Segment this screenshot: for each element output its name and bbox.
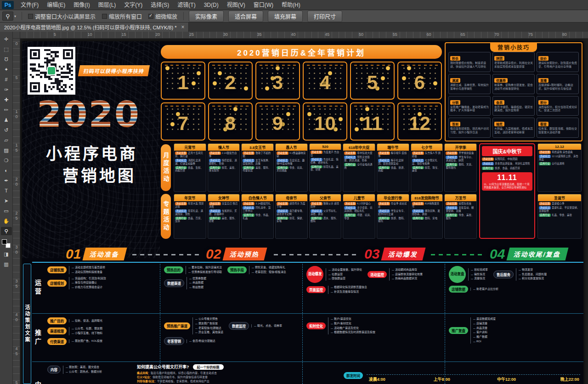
menu-item[interactable]: 帮助(H)	[277, 0, 305, 10]
ruler-mark: 45	[325, 32, 329, 37]
color-swatches[interactable]	[2, 239, 11, 248]
menu-item[interactable]: 窗口(W)	[249, 0, 277, 10]
zoom-option-checkbox[interactable]: 细微缩放	[148, 12, 177, 20]
crop-tool[interactable]: #	[1, 75, 12, 84]
menu-item[interactable]: 文字(Y)	[120, 0, 147, 10]
card-title: 万圣节	[445, 194, 476, 201]
phase-number: 02	[206, 246, 221, 262]
actual-pixels-button[interactable]: 实际像素	[189, 11, 224, 22]
menu-item[interactable]: 文件(F)	[17, 0, 43, 10]
content-lines: 痛点共鸣：贴近与用户利益相关、好奇心强的内容，引发主动点击引大V站台：借助意见领…	[137, 371, 330, 384]
chevron-down-icon[interactable]: ▾	[14, 14, 16, 18]
brush-tool[interactable]: ✏	[1, 106, 12, 114]
history-brush-tool[interactable]: ↺	[1, 126, 12, 134]
type-tool[interactable]: T	[1, 186, 12, 195]
card-tag: 适用行业	[175, 217, 187, 220]
ruler-mark: 20	[155, 32, 160, 37]
zoom-option-checkbox[interactable]: 缩放所有窗口	[102, 12, 142, 20]
fit-screen-button[interactable]: 适合屏幕	[228, 11, 263, 22]
flow-node: 推广复盘	[449, 327, 468, 334]
print-size-button[interactable]: 打印尺寸	[307, 11, 342, 22]
menu-item[interactable]: 滤镜(T)	[173, 0, 199, 10]
flow-item: 活动推广渠道及优化	[331, 327, 375, 330]
eyedropper-tool[interactable]: ✑	[1, 85, 12, 94]
flow-cluster: 数据渠道优惠券数据商品数据粉丝数据	[164, 277, 206, 289]
card-row: 活动玩法回礼清单、第二件半价	[243, 206, 272, 213]
screen-mode-icon[interactable]: ▥	[1, 260, 12, 268]
tip-label: 秒杀	[450, 56, 460, 61]
phase-number: 01	[66, 246, 81, 262]
ruler-mark: 35	[257, 32, 262, 37]
ruler-mark: 30	[14, 245, 19, 255]
document-tab[interactable]: 2020小程序电商营销地图.jpg @ 12.5% (扫码可以获得小程序扶持, …	[0, 23, 189, 32]
activity-card: 儿童节活动主题6.1守护童心活动玩法亲子套装、玩具拼团、晒娃有礼适用行业母婴、玩…	[343, 194, 375, 239]
healing-brush-tool[interactable]: ✚	[1, 96, 12, 104]
card-row: 活动玩法告白礼盒、情侣券、晒单有礼	[311, 158, 340, 164]
card-title: 女神节	[208, 194, 240, 201]
calendar-banner: 2020营销日历&全年营销计划	[161, 45, 442, 59]
menu-item[interactable]: 视图(V)	[223, 0, 249, 10]
zoom-option-checkbox[interactable]: 调整窗口大小以满屏显示	[28, 12, 96, 20]
month-number: 1	[162, 71, 204, 93]
checkbox-icon[interactable]	[28, 14, 33, 19]
quick-selection-tool[interactable]: ✦	[1, 65, 12, 73]
path-selection-tool[interactable]: ➤	[1, 197, 12, 205]
card-tag: 适用行业	[243, 214, 254, 217]
flow-node: 预热推广渠道	[164, 322, 190, 329]
menu-item[interactable]: 选择(S)	[147, 0, 173, 10]
quick-mask-icon[interactable]: ◨	[1, 250, 12, 258]
card-tag: 活动玩法	[539, 206, 551, 209]
ruler-mark: 10	[14, 109, 19, 119]
card-tag: 适用行业	[209, 217, 221, 220]
checkbox-icon[interactable]	[102, 14, 107, 19]
menu-item[interactable]: 图像(I)	[69, 0, 94, 10]
flow-cluster: 页面监控根据转化情况调整页面信息补货及流量库存情况	[306, 286, 367, 294]
month-number: 10	[304, 112, 346, 134]
card-row: 活动玩法七夕限定礼盒、情侣专属券	[412, 159, 442, 165]
flow-item: 曝光、点击、领券率	[254, 324, 282, 328]
pen-tool[interactable]: ✒	[1, 176, 12, 185]
poster-year: 2020	[37, 94, 140, 135]
fill-screen-button[interactable]: 填充屏幕	[268, 11, 303, 22]
gradient-tool[interactable]: ▨	[1, 146, 12, 154]
rectangle-tool[interactable]: ▭	[1, 207, 12, 215]
menu-item[interactable]: 3D(D)	[200, 0, 223, 10]
flow-item: 账户/素材优化	[331, 322, 375, 326]
flow-item: 粉丝数据	[189, 286, 206, 289]
clone-stamp-tool[interactable]: ♟	[1, 116, 12, 124]
ruler-mark: 40	[291, 32, 295, 37]
ruler-mark: 75	[528, 32, 533, 37]
flow-item: 活动主题视觉与首页装修	[72, 266, 105, 270]
dodge-tool[interactable]: ◐	[1, 166, 12, 175]
zoom-tool-icon[interactable]: ⚲	[2, 11, 13, 21]
eraser-tool[interactable]: ▱	[1, 136, 12, 144]
flow-cluster: 预热手段预售定金、收藏加购有礼老客召回：短信/模板消息	[227, 266, 286, 274]
checkbox-icon[interactable]	[148, 14, 153, 19]
month-number: 12	[398, 112, 441, 134]
menu-item[interactable]: 图层(L)	[94, 0, 120, 10]
poster-left-panel: 扫码可以获得小程序扶持 2020 小程序电商 营销地图	[22, 41, 160, 258]
blur-tool[interactable]: ❍	[1, 156, 12, 164]
calendar-month: 7	[161, 102, 205, 141]
hand-tool[interactable]: ✋	[1, 217, 12, 225]
canvas-area[interactable]: 扫码可以获得小程序扶持 2020 小程序电商 营销地图 2020营销日历&全年营…	[20, 39, 588, 384]
zoom-tool[interactable]: ⚲	[1, 227, 12, 235]
timeline-point: 凌晨4:00全天曝光最低点	[367, 376, 388, 384]
foreground-color-swatch[interactable]	[2, 239, 7, 244]
close-icon[interactable]: ×	[181, 24, 184, 30]
card-row: 活动玩法预售定金膨胀、跨店满减、秒杀	[344, 156, 374, 162]
move-tool[interactable]: ✛	[1, 35, 12, 43]
menu-item[interactable]: 编辑(E)	[43, 0, 69, 10]
flow-item: 社群运营	[328, 273, 362, 277]
tip-text: 每日签到领奖励，培养用户访问习惯，提升小程序日活	[450, 127, 489, 135]
tip-card: 签到每日签到领奖励，培养用户访问习惯，提升小程序日活	[448, 118, 491, 138]
ruler-mark: 40	[14, 312, 19, 322]
card-tag: 活动玩法	[378, 159, 390, 162]
card-tag: 活动玩法	[539, 155, 551, 158]
card-row: 活动主题3.14甜蜜回礼	[243, 202, 272, 205]
qr-code	[28, 47, 75, 95]
month-number: 9	[256, 112, 299, 134]
rectangular-marquee-tool[interactable]: ⬚	[1, 45, 12, 53]
timeline-points: 凌晨4:00全天曝光最低点上午8:00上半天曝光最高点中午12:00午间曝光最高…	[367, 374, 580, 384]
lasso-tool[interactable]: Ʊ	[1, 55, 12, 63]
